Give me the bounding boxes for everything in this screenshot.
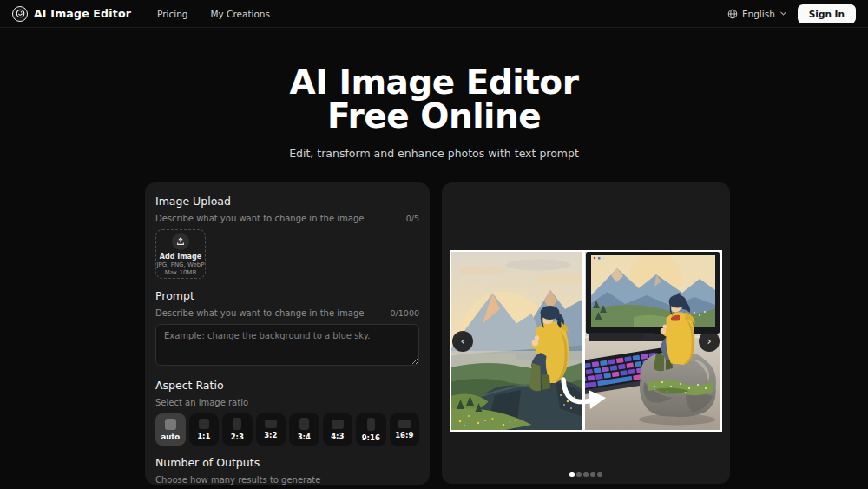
- carousel-dot-1[interactable]: [569, 472, 575, 478]
- outputs-descrow: Choose how many results to generate: [155, 475, 419, 485]
- ratio-option-9-16[interactable]: 9:16: [356, 413, 386, 446]
- ratio-4-3-icon: [332, 420, 344, 429]
- carousel-dot-2[interactable]: [576, 472, 582, 478]
- image-upload-title: Image Upload: [155, 195, 419, 208]
- nav-links: Pricing My Creations: [157, 9, 270, 19]
- ratio-2-3-icon: [233, 418, 241, 430]
- carousel-prev-button[interactable]: ‹: [452, 331, 473, 352]
- ratio-auto-icon: [165, 419, 176, 430]
- ratio-option-4-3[interactable]: 4:3: [323, 413, 353, 446]
- carousel-dot-3[interactable]: [583, 472, 589, 478]
- aspect-ratio-options: auto 1:1 2:3 3:2 3:4 4:3 9:16 16:9: [155, 413, 419, 446]
- ratio-1-1-icon: [199, 419, 209, 429]
- before-after-example-image: [450, 250, 722, 432]
- nav-link-my-creations[interactable]: My Creations: [210, 9, 270, 19]
- carousel-dots: [442, 472, 730, 478]
- aspect-ratio-title: Aspect Ratio: [155, 379, 419, 392]
- ratio-3-2-icon: [265, 420, 277, 428]
- brand[interactable]: AI Image Editor: [12, 6, 131, 22]
- language-label: English: [742, 9, 775, 19]
- sign-in-button[interactable]: Sign In: [798, 4, 856, 23]
- ratio-option-auto[interactable]: auto: [155, 413, 186, 446]
- ratio-16-9-icon: [398, 420, 411, 428]
- language-selector[interactable]: English: [727, 9, 787, 19]
- ratio-3-4-icon: [299, 418, 309, 430]
- ratio-option-3-2[interactable]: 3:2: [256, 413, 286, 446]
- editor-panel: Image Upload Describe what you want to c…: [145, 182, 430, 485]
- carousel-next-button[interactable]: ›: [699, 331, 720, 352]
- ratio-9-16-icon: [367, 418, 375, 431]
- carousel-dot-4[interactable]: [590, 472, 595, 478]
- example-carousel-panel: ‹ ›: [442, 182, 730, 484]
- app-logo-icon: [12, 6, 28, 22]
- prompt-title: Prompt: [155, 289, 419, 302]
- navbar: AI Image Editor Pricing My Creations Eng…: [0, 0, 868, 28]
- outputs-description: Choose how many results to generate: [155, 475, 320, 485]
- image-upload-description: Describe what you want to change in the …: [155, 214, 364, 223]
- nav-right: English Sign In: [727, 4, 856, 23]
- carousel-dot-5[interactable]: [597, 472, 602, 478]
- hero-section: AI Image EditorFree Online Edit, transfo…: [0, 65, 868, 160]
- nav-link-pricing[interactable]: Pricing: [157, 9, 187, 19]
- title-line2: Free Online: [327, 96, 541, 135]
- add-image-label: Add Image: [160, 253, 201, 261]
- add-image-dropzone[interactable]: Add Image JPG, PNG, WebP Max 10MB: [155, 229, 206, 279]
- max-size-hint: Max 10MB: [165, 269, 196, 276]
- chevron-down-icon: [779, 10, 787, 17]
- brand-name: AI Image Editor: [34, 7, 131, 20]
- prompt-description: Describe what you want to change in the …: [155, 308, 364, 318]
- image-upload-counter: 0/5: [406, 214, 419, 223]
- ratio-option-16-9[interactable]: 16:9: [390, 413, 420, 446]
- image-upload-descrow: Describe what you want to change in the …: [155, 214, 419, 223]
- ratio-option-1-1[interactable]: 1:1: [189, 413, 220, 446]
- upload-icon: [172, 233, 189, 250]
- prompt-input[interactable]: [155, 324, 419, 366]
- page-title: AI Image EditorFree Online: [0, 65, 868, 133]
- page-subtitle: Edit, transform and enhance photos with …: [0, 147, 868, 160]
- globe-icon: [727, 9, 738, 19]
- outputs-title: Number of Outputs: [155, 456, 419, 469]
- ratio-option-3-4[interactable]: 3:4: [289, 413, 319, 446]
- prompt-descrow: Describe what you want to change in the …: [155, 308, 419, 318]
- prompt-counter: 0/1000: [391, 308, 419, 318]
- aspect-ratio-descrow: Select an image ratio: [155, 398, 419, 407]
- aspect-ratio-description: Select an image ratio: [155, 398, 248, 407]
- ratio-option-2-3[interactable]: 2:3: [222, 413, 253, 446]
- formats-hint: JPG, PNG, WebP: [157, 261, 205, 268]
